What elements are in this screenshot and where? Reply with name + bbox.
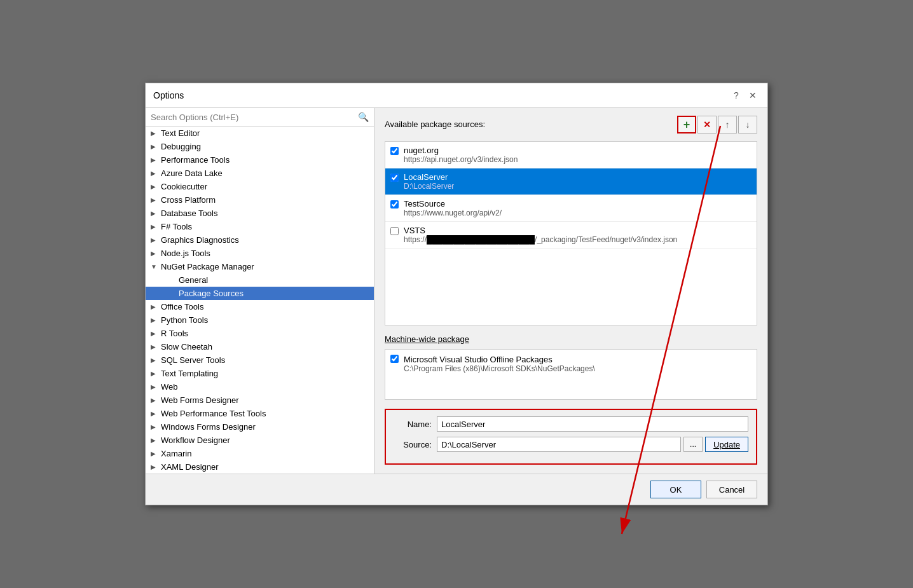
machine-path: C:\Program Files (x86)\Microsoft SDKs\Nu… [404, 364, 595, 373]
package-checkbox-test-source[interactable] [390, 200, 399, 209]
tree-arrow: ▶ [151, 383, 160, 390]
name-input[interactable] [437, 416, 748, 432]
tree-item-windows-forms-designer[interactable]: ▶Windows Forms Designer [146, 420, 374, 434]
name-row: Name: [394, 416, 748, 432]
tree-item-nuget-package-manager[interactable]: ▼NuGet Package Manager [146, 260, 374, 273]
tree-item-office-tools[interactable]: ▶Office Tools [146, 300, 374, 313]
tree-item-general[interactable]: General [146, 273, 374, 287]
source-label: Source: [394, 440, 432, 449]
dialog-footer: OK Cancel [146, 474, 767, 505]
package-info-local-server: LocalServerD:\LocalServer [404, 172, 454, 191]
ok-button[interactable]: OK [650, 481, 701, 498]
source-row: Source: ... Update [394, 437, 748, 452]
tree-item-cross-platform[interactable]: ▶Cross Platform [146, 193, 374, 207]
package-item-vsts[interactable]: VSTShttps://████████████████████/_packag… [385, 222, 757, 249]
move-down-button[interactable]: ↓ [738, 116, 757, 133]
package-url-local-server: D:\LocalServer [404, 182, 454, 191]
package-url-test-source: https://www.nuget.org/api/v2/ [404, 209, 502, 217]
remove-source-button[interactable]: ✕ [697, 116, 717, 133]
tree-arrow: ▶ [151, 330, 160, 337]
name-label: Name: [394, 420, 432, 429]
search-box: 🔍 [146, 108, 374, 126]
package-checkbox-local-server[interactable] [390, 174, 399, 182]
title-bar-buttons: ? ✕ [729, 88, 760, 102]
move-up-button[interactable]: ↑ [718, 116, 737, 133]
browse-button[interactable]: ... [683, 437, 703, 452]
tree-item-nodejs-tools[interactable]: ▶Node.js Tools [146, 247, 374, 260]
tree-item-performance-tools[interactable]: ▶Performance Tools [146, 153, 374, 167]
package-checkbox-nuget-org[interactable] [390, 147, 399, 155]
available-label: Available package sources: [385, 120, 485, 129]
tree-container: ▶Text Editor▶Debugging▶Performance Tools… [146, 126, 374, 474]
tree-item-debugging[interactable]: ▶Debugging [146, 140, 374, 153]
tree-arrow: ▶ [151, 423, 160, 430]
tree-arrow: ▶ [151, 143, 160, 150]
package-item-local-server[interactable]: LocalServerD:\LocalServer [385, 168, 757, 195]
tree-item-web-forms-designer[interactable]: ▶Web Forms Designer [146, 393, 374, 407]
search-input[interactable] [151, 113, 355, 122]
tree-arrow: ▶ [151, 357, 160, 364]
tree-arrow: ▶ [151, 130, 160, 137]
package-info-vsts: VSTShttps://████████████████████/_packag… [404, 226, 677, 244]
tree-arrow: ▶ [151, 437, 160, 444]
tree-arrow: ▶ [151, 370, 160, 377]
machine-label: Machine-wide package [385, 334, 757, 344]
cancel-button[interactable]: Cancel [706, 481, 757, 498]
name-source-section: Name: Source: ... Update [385, 409, 757, 465]
tree-item-web-performance-test-tools[interactable]: ▶Web Performance Test Tools [146, 407, 374, 420]
package-url-vsts: https://████████████████████/_packaging/… [404, 235, 677, 244]
tree-item-python-tools[interactable]: ▶Python Tools [146, 313, 374, 327]
tree-arrow: ▶ [151, 450, 160, 457]
close-button[interactable]: ✕ [746, 88, 760, 102]
tree-item-slow-cheetah[interactable]: ▶Slow Cheetah [146, 340, 374, 353]
tree-item-database-tools[interactable]: ▶Database Tools [146, 207, 374, 220]
package-item-test-source[interactable]: TestSourcehttps://www.nuget.org/api/v2/ [385, 195, 757, 222]
tree-arrow: ▶ [151, 397, 160, 404]
update-button[interactable]: Update [705, 437, 748, 452]
machine-section: Machine-wide package Microsoft Visual St… [385, 334, 757, 400]
package-info-nuget-org: nuget.orghttps://api.nuget.org/v3/index.… [404, 146, 518, 164]
tree-item-cookiecutter[interactable]: ▶Cookiecutter [146, 180, 374, 193]
package-info-test-source: TestSourcehttps://www.nuget.org/api/v2/ [404, 199, 502, 217]
right-panel: Available package sources: + ✕ ↑ ↓ nuget… [374, 108, 767, 474]
tree-item-workflow-designer[interactable]: ▶Workflow Designer [146, 434, 374, 447]
package-name-nuget-org: nuget.org [404, 146, 518, 155]
search-icon: 🔍 [358, 112, 369, 122]
tree-item-text-templating[interactable]: ▶Text Templating [146, 367, 374, 380]
tree-item-xamarin[interactable]: ▶Xamarin [146, 447, 374, 460]
machine-item-ms-vs-offline[interactable]: Microsoft Visual Studio Offline Packages… [390, 355, 752, 373]
tree-item-text-editor[interactable]: ▶Text Editor [146, 126, 374, 140]
title-bar: Options ? ✕ [146, 83, 767, 108]
tree-item-web[interactable]: ▶Web [146, 380, 374, 393]
tree-arrow: ▶ [151, 183, 160, 190]
tree-item-r-tools[interactable]: ▶R Tools [146, 327, 374, 340]
package-name-vsts: VSTS [404, 226, 677, 235]
toolbar: + ✕ ↑ ↓ [677, 116, 757, 133]
tree-item-fsharp-tools[interactable]: ▶F# Tools [146, 220, 374, 233]
tree-arrow: ▶ [151, 170, 160, 177]
tree-arrow: ▶ [151, 250, 160, 257]
left-panel: 🔍 ▶Text Editor▶Debugging▶Performance Too… [146, 108, 374, 474]
tree-item-package-sources[interactable]: Package Sources [146, 287, 374, 300]
machine-checkbox-ms-vs-offline[interactable] [390, 355, 399, 363]
dialog-body: 🔍 ▶Text Editor▶Debugging▶Performance Too… [146, 108, 767, 474]
tree-arrow: ▼ [151, 263, 160, 270]
tree-arrow: ▶ [151, 317, 160, 324]
add-source-button[interactable]: + [677, 116, 696, 133]
tree-arrow: ▶ [151, 463, 160, 470]
package-checkbox-vsts[interactable] [390, 227, 399, 235]
package-item-nuget-org[interactable]: nuget.orghttps://api.nuget.org/v3/index.… [385, 142, 757, 168]
tree-arrow: ▶ [151, 236, 160, 243]
tree-arrow: ▶ [151, 196, 160, 203]
tree-item-azure-data-lake[interactable]: ▶Azure Data Lake [146, 167, 374, 180]
tree-item-sql-server-tools[interactable]: ▶SQL Server Tools [146, 353, 374, 367]
machine-info: Microsoft Visual Studio Offline Packages… [404, 355, 595, 373]
tree-item-xaml-designer[interactable]: ▶XAML Designer [146, 460, 374, 474]
options-dialog: Options ? ✕ 🔍 ▶Text Editor▶Debugging▶Per… [145, 83, 768, 505]
help-button[interactable]: ? [729, 88, 743, 102]
tree-arrow: ▶ [151, 223, 160, 230]
tree-arrow: ▶ [151, 343, 160, 350]
machine-list: Microsoft Visual Studio Offline Packages… [385, 349, 757, 400]
tree-item-graphics-diagnostics[interactable]: ▶Graphics Diagnostics [146, 233, 374, 247]
source-input[interactable] [437, 437, 681, 452]
